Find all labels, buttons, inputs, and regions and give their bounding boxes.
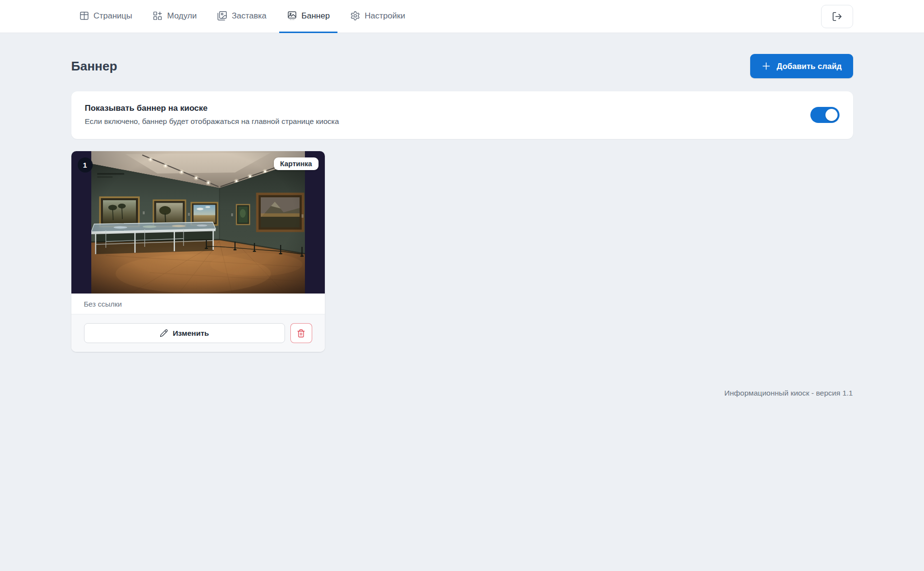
table-icon <box>79 11 89 21</box>
page-header: Баннер Добавить слайд <box>71 54 853 78</box>
version-text: Информационный киоск - версия 1.1 <box>71 389 853 398</box>
top-nav: Страницы Модули Заставка Баннер Настройк… <box>0 0 924 33</box>
banner-visibility-title: Показывать баннер на киоске <box>85 104 339 113</box>
gear-icon <box>350 11 360 21</box>
tab-pages[interactable]: Страницы <box>71 0 140 33</box>
main-content: Баннер Добавить слайд Показывать баннер … <box>71 54 853 398</box>
banner-visibility-card: Показывать баннер на киоске Если включен… <box>71 91 853 139</box>
museum-gallery-photo <box>91 151 305 294</box>
page-title: Баннер <box>71 59 118 74</box>
banner-visibility-toggle[interactable] <box>810 107 840 123</box>
logout-button[interactable] <box>821 5 853 28</box>
banner-carousel-icon <box>287 11 297 21</box>
banner-visibility-texts: Показывать баннер на киоске Если включен… <box>85 104 339 126</box>
slide-actions: Изменить <box>71 314 325 352</box>
slide-type-badge: Картинка <box>274 157 319 170</box>
pencil-icon <box>160 329 168 337</box>
trash-icon <box>297 329 305 338</box>
tab-screensaver[interactable]: Заставка <box>209 0 274 33</box>
add-slide-label: Добавить слайд <box>777 62 842 71</box>
slide-link-status: Без ссылки <box>71 294 325 314</box>
images-icon <box>217 11 227 21</box>
tab-settings[interactable]: Настройки <box>342 0 413 33</box>
tab-label: Модули <box>167 11 197 21</box>
slide-card: 1 Картинка Без ссылки Изменить <box>71 151 325 352</box>
edit-slide-label: Изменить <box>173 329 209 338</box>
tab-label: Заставка <box>232 11 267 21</box>
slide-position-badge: 1 <box>78 157 93 173</box>
slide-image-preview: 1 Картинка <box>71 151 325 294</box>
modules-plus-icon <box>152 11 163 21</box>
edit-slide-button[interactable]: Изменить <box>84 323 285 343</box>
plus-icon <box>761 61 771 71</box>
nav-tabs: Страницы Модули Заставка Баннер Настройк… <box>71 0 413 33</box>
delete-slide-button[interactable] <box>290 323 312 343</box>
logout-icon <box>832 11 842 22</box>
tab-modules[interactable]: Модули <box>145 0 204 33</box>
add-slide-button[interactable]: Добавить слайд <box>750 54 853 78</box>
tab-label: Баннер <box>302 11 330 21</box>
tab-label: Настройки <box>365 11 405 21</box>
tab-banner[interactable]: Баннер <box>279 0 337 33</box>
tab-label: Страницы <box>94 11 133 21</box>
banner-visibility-description: Если включено, баннер будет отображаться… <box>85 117 339 126</box>
toggle-knob <box>825 109 838 121</box>
